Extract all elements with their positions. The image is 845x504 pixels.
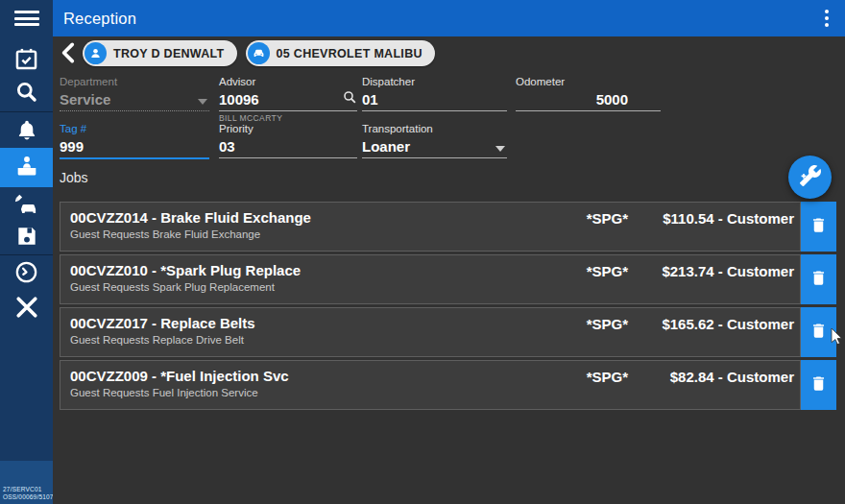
- sidebar-item-pending[interactable]: [0, 256, 53, 291]
- sidebar-item-save[interactable]: [0, 220, 53, 254]
- job-price-payer: $110.54 - Customer: [631, 203, 794, 251]
- dispatcher-label: Dispatcher: [362, 76, 507, 87]
- sidebar-item-reception[interactable]: [0, 148, 53, 187]
- priority-label: Priority: [219, 123, 357, 134]
- wrench-plus-icon: [799, 164, 822, 190]
- job-spg-tag: *SPG*: [587, 361, 628, 409]
- kebab-menu-icon[interactable]: [812, 4, 841, 33]
- sidebar-divider: [0, 111, 53, 112]
- advisor-field[interactable]: Advisor BILL MCCARTY: [219, 76, 357, 123]
- department-field[interactable]: Department Service: [60, 76, 209, 111]
- job-subtitle: Guest Requests Spark Plug Replacement: [70, 281, 587, 293]
- job-subtitle: Guest Requests Brake Fluid Exchange: [70, 228, 587, 240]
- add-job-button[interactable]: [788, 156, 832, 199]
- job-subtitle: Guest Requests Fuel Injection Service: [70, 387, 587, 398]
- job-spg-tag: *SPG*: [587, 255, 628, 303]
- person-icon: [84, 42, 107, 64]
- job-price-payer: $82.84 - Customer: [631, 361, 794, 409]
- priority-field[interactable]: Priority: [219, 123, 357, 158]
- advisor-helper-text: BILL MCCARTY: [219, 113, 357, 123]
- notifications-bell-icon: [14, 118, 39, 146]
- close-icon: [13, 294, 40, 324]
- priority-input[interactable]: [219, 138, 357, 157]
- app-bar: Reception: [53, 0, 845, 36]
- search-icon: [13, 79, 39, 108]
- back-chevron-icon: [57, 40, 82, 68]
- chevron-down-icon: [198, 99, 207, 105]
- car-icon: [248, 42, 270, 64]
- transportation-label: Transportation: [362, 123, 507, 134]
- odometer-label: Odometer: [516, 76, 661, 87]
- chevron-down-icon: [495, 146, 505, 152]
- jobs-list: 00CVZZ014 - Brake Fluid Exchange Guest R…: [60, 202, 836, 413]
- advisor-label: Advisor: [219, 76, 357, 87]
- job-row[interactable]: 00CVZZ010 - *Spark Plug Replace Guest Re…: [60, 254, 836, 304]
- save-icon: [14, 224, 39, 252]
- dispatcher-input[interactable]: [362, 91, 507, 110]
- jobs-section-label: Jobs: [60, 170, 88, 185]
- advisor-input[interactable]: [219, 91, 342, 110]
- sidebar-item-search[interactable]: [0, 76, 53, 110]
- sidebar: 27/SERVC01 OSS/00069/5107: [0, 0, 53, 504]
- hamburger-menu-icon[interactable]: [0, 0, 53, 36]
- job-subtitle: Guest Requests Replace Drive Belt: [70, 334, 587, 346]
- tag-number-label: Tag #: [60, 123, 209, 134]
- job-spg-tag: *SPG*: [587, 203, 628, 251]
- transportation-value: Loaner: [362, 138, 495, 157]
- terminal-status-box: 27/SERVC01 OSS/00069/5107: [0, 461, 53, 504]
- delete-job-button[interactable]: [801, 202, 836, 252]
- odometer-input[interactable]: [516, 91, 661, 110]
- trash-icon: [809, 322, 828, 343]
- odometer-field[interactable]: Odometer: [516, 76, 661, 111]
- delete-job-button[interactable]: [801, 254, 836, 304]
- job-row[interactable]: 00CVZZ014 - Brake Fluid Exchange Guest R…: [60, 202, 836, 252]
- job-price-payer: $165.62 - Customer: [631, 308, 794, 356]
- delete-job-button[interactable]: [801, 307, 836, 357]
- reception-desk-icon: [13, 153, 40, 182]
- department-value: Service: [60, 91, 198, 110]
- trash-icon: [809, 374, 828, 396]
- vehicle-chip[interactable]: 05 CHEVROLET MALIBU: [246, 40, 435, 66]
- vehicle-name: 05 CHEVROLET MALIBU: [277, 47, 422, 60]
- sidebar-item-close[interactable]: [0, 291, 53, 325]
- content-area: TROY D DENWALT 05 CHEVROLET MALIBU Depar…: [53, 36, 845, 504]
- page-title: Reception: [63, 10, 136, 28]
- job-title: 00CVZZ010 - *Spark Plug Replace: [70, 262, 587, 278]
- vehicle-inspection-icon: [13, 191, 40, 221]
- back-button[interactable]: [56, 40, 83, 67]
- job-row[interactable]: 00CVZZ009 - *Fuel Injection Svc Guest Re…: [60, 360, 836, 410]
- tag-number-input[interactable]: [60, 138, 209, 157]
- sidebar-item-notifications[interactable]: [0, 114, 53, 149]
- job-price-payer: $213.74 - Customer: [631, 255, 794, 303]
- trash-icon: [809, 269, 828, 290]
- pending-clock-icon: [13, 259, 39, 288]
- tag-number-field[interactable]: Tag #: [60, 123, 209, 159]
- context-chips: TROY D DENWALT 05 CHEVROLET MALIBU: [83, 40, 435, 66]
- customer-name: TROY D DENWALT: [113, 47, 225, 60]
- job-spg-tag: *SPG*: [587, 308, 628, 356]
- department-label: Department: [60, 76, 209, 87]
- customer-chip[interactable]: TROY D DENWALT: [83, 40, 237, 66]
- sidebar-item-vehicle[interactable]: [0, 188, 53, 223]
- job-row[interactable]: 00CVZZ017 - Replace Belts Guest Requests…: [60, 307, 836, 357]
- job-title: 00CVZZ017 - Replace Belts: [70, 315, 587, 331]
- trash-icon: [809, 216, 828, 237]
- transportation-field[interactable]: Transportation Loaner: [362, 123, 507, 158]
- terminal-line-2: OSS/00069/5107: [3, 493, 54, 501]
- job-title: 00CVZZ014 - Brake Fluid Exchange: [70, 209, 587, 226]
- terminal-line-1: 27/SERVC01: [3, 486, 54, 493]
- sidebar-item-appointments[interactable]: [0, 43, 53, 78]
- advisor-search-icon[interactable]: [342, 89, 357, 108]
- sidebar-divider: [0, 254, 53, 255]
- job-title: 00CVZZ009 - *Fuel Injection Svc: [70, 368, 587, 384]
- delete-job-button[interactable]: [801, 360, 836, 410]
- dispatcher-field[interactable]: Dispatcher: [362, 76, 507, 111]
- appointments-calendar-icon: [13, 46, 39, 75]
